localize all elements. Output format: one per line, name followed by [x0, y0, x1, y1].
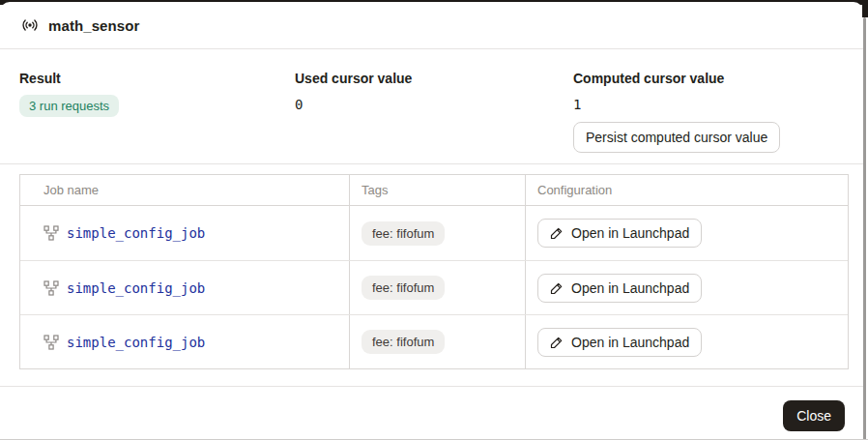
- open-in-launchpad-button[interactable]: Open in Launchpad: [537, 219, 702, 248]
- open-in-launchpad-label: Open in Launchpad: [571, 225, 689, 241]
- persist-cursor-label: Persist computed cursor value: [586, 130, 767, 145]
- tag-pill: fee: fifofum: [362, 221, 445, 246]
- table-row: simple_config_job fee: fifofum Open in L…: [20, 206, 848, 260]
- column-header-tags: Tags: [349, 175, 525, 205]
- section-divider: [0, 163, 863, 164]
- open-in-launchpad-label: Open in Launchpad: [571, 335, 689, 350]
- computed-cursor-column: Computed cursor value 1 Persist computed…: [573, 71, 844, 153]
- job-name-link[interactable]: simple_config_job: [43, 280, 205, 296]
- job-icon: [43, 280, 59, 296]
- column-header-job-name: Job name: [20, 175, 349, 205]
- persist-cursor-button[interactable]: Persist computed cursor value: [573, 122, 780, 153]
- computed-cursor-label: Computed cursor value: [573, 71, 844, 86]
- scrollbar[interactable]: [863, 17, 866, 440]
- pencil-icon: [550, 336, 564, 349]
- pencil-icon: [550, 226, 564, 240]
- job-name-link[interactable]: simple_config_job: [43, 225, 205, 241]
- open-in-launchpad-button[interactable]: Open in Launchpad: [537, 274, 702, 303]
- tag-pill: fee: fifofum: [362, 330, 445, 354]
- run-requests-badge: 3 run requests: [19, 95, 119, 117]
- result-column: Result 3 run requests: [19, 71, 295, 153]
- configuration-cell: Open in Launchpad: [525, 261, 848, 314]
- job-name-text: simple_config_job: [67, 335, 205, 350]
- sensor-evaluation-dialog: math_sensor Result 3 run requests Used c…: [0, 2, 863, 440]
- job-name-link[interactable]: simple_config_job: [43, 335, 205, 350]
- sensor-icon: [21, 16, 39, 34]
- configuration-cell: Open in Launchpad: [525, 206, 848, 260]
- table-header-row: Job name Tags Configuration: [20, 175, 848, 206]
- tag-pill: fee: fifofum: [362, 276, 445, 300]
- job-name-cell: simple_config_job: [20, 206, 349, 260]
- tags-cell: fee: fifofum: [349, 315, 525, 368]
- column-header-configuration: Configuration: [525, 175, 848, 205]
- close-button[interactable]: Close: [783, 400, 845, 431]
- table-row: simple_config_job fee: fifofum Open in L…: [20, 260, 848, 314]
- tags-cell: fee: fifofum: [349, 206, 525, 260]
- table-row: simple_config_job fee: fifofum Open in L…: [20, 314, 848, 368]
- computed-cursor-value: 1: [573, 95, 844, 112]
- dialog-footer: Close: [0, 387, 863, 431]
- job-name-text: simple_config_job: [67, 225, 205, 241]
- used-cursor-label: Used cursor value: [295, 71, 573, 86]
- dialog-header: math_sensor: [0, 2, 863, 49]
- job-name-text: simple_config_job: [67, 280, 205, 296]
- run-requests-table: Job name Tags Configuration si: [19, 174, 849, 369]
- used-cursor-value: 0: [295, 95, 573, 112]
- configuration-cell: Open in Launchpad: [525, 315, 848, 368]
- job-icon: [43, 225, 59, 241]
- open-in-launchpad-button[interactable]: Open in Launchpad: [537, 328, 702, 357]
- evaluation-summary: Result 3 run requests Used cursor value …: [0, 49, 863, 153]
- open-in-launchpad-label: Open in Launchpad: [571, 280, 689, 296]
- tags-cell: fee: fifofum: [349, 261, 525, 314]
- job-icon: [43, 335, 59, 350]
- window-corner-edge: [862, 0, 868, 17]
- job-name-cell: simple_config_job: [20, 261, 349, 314]
- result-label: Result: [19, 71, 295, 86]
- dialog-title: math_sensor: [48, 17, 139, 34]
- job-name-cell: simple_config_job: [20, 315, 349, 368]
- screen: math_sensor Result 3 run requests Used c…: [0, 0, 868, 440]
- used-cursor-column: Used cursor value 0: [295, 71, 573, 153]
- pencil-icon: [550, 281, 564, 295]
